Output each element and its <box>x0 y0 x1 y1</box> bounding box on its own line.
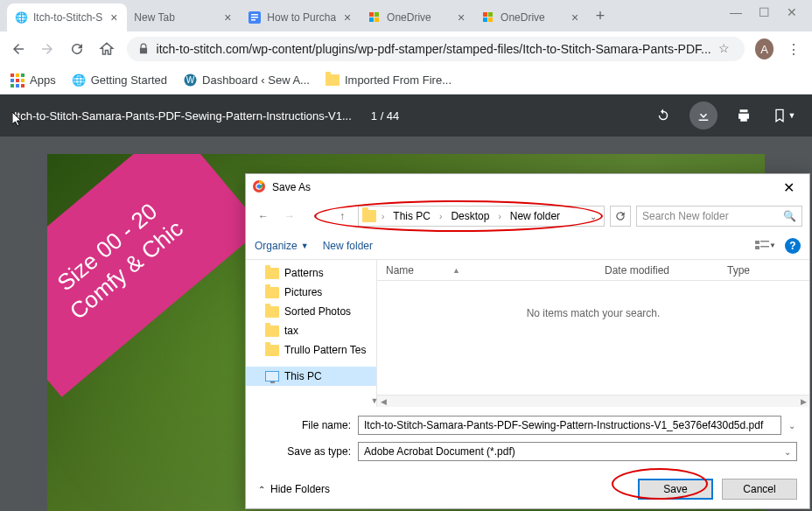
bookmark-star-icon[interactable]: ☆ <box>718 41 734 57</box>
tree-item[interactable]: Sorted Photos <box>246 302 376 321</box>
maximize-icon[interactable]: ☐ <box>756 4 772 20</box>
svg-rect-6 <box>369 18 374 22</box>
kebab-menu-icon[interactable]: ⋮ <box>784 38 803 60</box>
file-list: Name▲ Date modified Type No items match … <box>377 260 809 407</box>
svg-rect-20 <box>760 246 769 248</box>
url-text: itch-to-stitch.com/wp-content/plugins/wp… <box>157 42 711 56</box>
column-name[interactable]: Name▲ <box>377 260 596 280</box>
bookmark-getting-started[interactable]: 🌐 Getting Started <box>72 74 167 88</box>
chevron-down-icon[interactable]: ⌄ <box>586 212 600 221</box>
wordpress-icon: W <box>183 74 197 88</box>
close-icon[interactable]: × <box>221 11 234 24</box>
print-icon[interactable] <box>730 102 758 130</box>
breadcrumb-item[interactable]: This PC <box>389 210 434 222</box>
home-button[interactable] <box>97 38 116 60</box>
close-icon[interactable]: × <box>569 11 581 24</box>
reload-button[interactable] <box>67 38 87 60</box>
scroll-right-icon[interactable]: ▶ <box>797 396 809 408</box>
tree-item[interactable]: Pictures <box>246 283 376 302</box>
organize-button[interactable]: Organize ▼ <box>255 240 309 252</box>
close-icon[interactable]: ✕ <box>784 4 800 20</box>
close-icon[interactable]: × <box>455 11 467 24</box>
tab-0[interactable]: 🌐 Itch-to-Stitch-S × <box>7 4 127 32</box>
tree-item[interactable]: Trullo Pattern Tes <box>246 340 376 360</box>
lock-icon <box>137 43 150 55</box>
save-type-label: Save as type: <box>281 445 351 458</box>
column-type[interactable]: Type <box>718 260 809 280</box>
view-options-icon[interactable]: ▼ <box>755 238 776 254</box>
folder-icon <box>326 74 340 88</box>
globe-icon: 🌐 <box>72 74 86 88</box>
chevron-right-icon[interactable]: › <box>436 212 445 221</box>
tab-4[interactable]: OneDrive × <box>474 4 588 32</box>
minimize-icon[interactable]: — <box>728 4 744 20</box>
chevron-right-icon[interactable]: › <box>378 212 388 221</box>
apps-grid-icon <box>10 74 24 88</box>
ms-icon <box>368 10 382 24</box>
rotate-icon[interactable] <box>649 102 677 130</box>
refresh-icon[interactable] <box>610 206 631 227</box>
tab-1[interactable]: New Tab × <box>127 4 241 32</box>
forward-button[interactable] <box>38 38 58 60</box>
tree-item[interactable]: Patterns <box>246 263 376 283</box>
nav-up-icon[interactable]: ↑ <box>332 206 353 227</box>
nav-history-icon[interactable]: ▾ <box>305 206 326 227</box>
tab-title: OneDrive <box>500 11 564 24</box>
save-as-dialog: Save As ✕ ← → ▾ ↑ › This PC › Desktop › … <box>245 173 810 509</box>
new-tab-button[interactable]: + <box>588 4 612 28</box>
tab-title: New Tab <box>134 11 216 24</box>
dialog-search-input[interactable]: Search New folder 🔍 <box>636 206 802 227</box>
pdf-title: Itch-to-Stitch-Samara-Pants-PDF-Sewing-P… <box>14 109 352 122</box>
bookmark-icon[interactable]: ▼ <box>770 102 798 130</box>
column-date[interactable]: Date modified <box>596 260 718 280</box>
cancel-button[interactable]: Cancel <box>722 479 797 500</box>
horizontal-scrollbar[interactable]: ◀ ▶ <box>377 395 809 407</box>
pc-icon <box>265 371 279 382</box>
chevron-down-icon[interactable]: ⌄ <box>788 421 797 430</box>
close-icon[interactable]: × <box>341 11 354 24</box>
breadcrumb-item[interactable]: Desktop <box>447 210 493 222</box>
breadcrumb-item[interactable]: New folder <box>507 210 564 222</box>
dialog-close-icon[interactable]: ✕ <box>774 177 802 198</box>
bookmark-dashboard[interactable]: W Dashboard ‹ Sew A... <box>183 74 310 88</box>
dialog-titlebar[interactable]: Save As ✕ <box>246 174 809 200</box>
svg-rect-9 <box>488 12 493 17</box>
back-button[interactable] <box>9 38 28 60</box>
dialog-title: Save As <box>272 181 774 193</box>
tab-title: How to Purcha <box>267 11 336 24</box>
tree-item-this-pc[interactable]: This PC <box>246 367 376 386</box>
folder-icon <box>265 326 279 337</box>
apps-button[interactable]: Apps <box>10 74 56 88</box>
close-icon[interactable]: × <box>108 11 120 24</box>
folder-icon <box>362 210 376 222</box>
tree-item[interactable]: tax <box>246 321 376 340</box>
file-name-input[interactable] <box>358 416 781 435</box>
browser-titlebar: 🌐 Itch-to-Stitch-S × New Tab × How to Pu… <box>0 0 812 32</box>
nav-back-icon[interactable]: ← <box>253 206 274 227</box>
nav-forward-icon[interactable]: → <box>279 206 300 227</box>
tab-2[interactable]: How to Purcha × <box>241 4 360 32</box>
tree-scroll-down-icon[interactable]: ▼ <box>368 395 381 407</box>
file-name-label: File name: <box>281 419 351 431</box>
chrome-icon <box>253 180 267 194</box>
hide-folders-button[interactable]: ⌃ Hide Folders <box>258 483 330 495</box>
folder-tree[interactable]: Patterns Pictures Sorted Photos tax Trul… <box>246 260 377 407</box>
save-type-select[interactable]: Adobe Acrobat Document (*.pdf) ⌄ <box>358 442 797 461</box>
bookmark-imported[interactable]: Imported From Fire... <box>326 74 452 88</box>
profile-avatar[interactable]: A <box>755 38 774 60</box>
omnibox[interactable]: itch-to-stitch.com/wp-content/plugins/wp… <box>127 37 745 61</box>
chevron-right-icon[interactable]: › <box>494 212 504 221</box>
help-icon[interactable]: ? <box>785 238 801 254</box>
svg-rect-19 <box>755 246 760 249</box>
tab-3[interactable]: OneDrive × <box>360 4 474 32</box>
save-button[interactable]: Save <box>638 479 713 500</box>
dialog-footer: File name: ⌄ Save as type: Adobe Acrobat… <box>246 407 809 470</box>
download-icon[interactable] <box>690 102 718 130</box>
dialog-nav: ← → ▾ ↑ › This PC › Desktop › New folder… <box>246 200 809 232</box>
dialog-body: Patterns Pictures Sorted Photos tax Trul… <box>246 260 809 407</box>
search-placeholder: Search New folder <box>642 210 778 222</box>
svg-rect-4 <box>369 12 374 17</box>
breadcrumb[interactable]: › This PC › Desktop › New folder ⌄ <box>358 206 605 227</box>
svg-rect-3 <box>251 19 256 21</box>
new-folder-button[interactable]: New folder <box>323 240 373 252</box>
